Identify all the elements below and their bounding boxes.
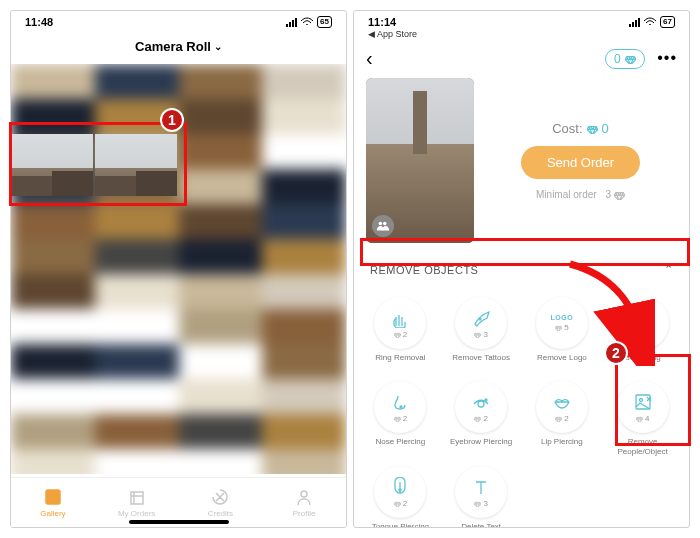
selected-photo-preview[interactable] (366, 78, 474, 243)
option-nose-pierce[interactable]: 2Nose Piercing (360, 377, 441, 462)
tongue-icon: 2 (374, 466, 426, 518)
photo-thumbnail[interactable] (11, 134, 93, 196)
option-label: Lip Piercing (541, 437, 583, 455)
option-price: 3 (474, 499, 487, 508)
option-label: Remove People/Object (604, 437, 681, 456)
credits-balance-pill[interactable]: 0 (605, 49, 645, 69)
tab-gallery[interactable]: Gallery (11, 478, 95, 527)
option-delete-text[interactable]: 3Delete Text (441, 462, 522, 528)
option-lip-pierce[interactable]: 2Lip Piercing (522, 377, 603, 462)
option-label: Remove Tattoos (452, 353, 510, 371)
tag-people-button[interactable] (372, 215, 394, 237)
hand-icon: 2 (374, 297, 426, 349)
nose-icon: 2 (374, 381, 426, 433)
status-bar: 11:48 65 (11, 11, 346, 33)
lips-icon: 2 (536, 381, 588, 433)
step-badge-1: 1 (160, 108, 184, 132)
section-remove-objects[interactable]: REMOVE OBJECTS ⌃ (366, 253, 677, 287)
credits-icon (210, 487, 230, 507)
option-price: 2 (394, 499, 407, 508)
screenshot-comparison: 11:48 65 Camera Roll ⌄ (0, 0, 700, 538)
profile-icon (294, 487, 314, 507)
gem-icon (625, 53, 636, 64)
option-price: 4 (636, 414, 649, 423)
option-label: Eyebrow Piercing (450, 437, 512, 455)
phone-left-gallery: 11:48 65 Camera Roll ⌄ (10, 10, 347, 528)
battery-indicator: 67 (660, 16, 675, 28)
step-badge-2: 2 (604, 341, 628, 365)
option-label: Tongue Piercing (372, 522, 429, 528)
option-label: Delete Text (461, 522, 501, 528)
option-remove-logo[interactable]: LOGO5Remove Logo (522, 293, 603, 377)
option-price: 2 (474, 414, 487, 423)
option-label: Remove Logo (537, 353, 587, 371)
option-price: 2 (555, 414, 568, 423)
photo-thumbnail[interactable] (95, 134, 177, 196)
option-remove-tattoo[interactable]: 3Remove Tattoos (441, 293, 522, 377)
send-order-button[interactable]: Send Order (521, 146, 640, 179)
option-price: 3 (474, 330, 487, 339)
eyebrow-icon: 2 (455, 381, 507, 433)
option-label: Belly Ring (625, 353, 661, 371)
gallery-source-label: Camera Roll (135, 39, 211, 54)
option-ring-removal[interactable]: 2Ring Removal (360, 293, 441, 377)
options-grid: 2Ring Removal3Remove TattoosLOGO5Remove … (354, 287, 689, 528)
person-remove-icon: 4 (617, 381, 669, 433)
option-remove-people[interactable]: 4Remove People/Object (602, 377, 683, 462)
option-label: Nose Piercing (375, 437, 425, 455)
option-price: 2 (394, 330, 407, 339)
option-eyebrow-pierce[interactable]: 2Eyebrow Piercing (441, 377, 522, 462)
people-icon (376, 219, 390, 233)
option-tongue-pierce[interactable]: 2Tongue Piercing (360, 462, 441, 528)
return-to-appstore[interactable]: ◀ App Store (354, 29, 689, 39)
gallery-source-dropdown[interactable]: Camera Roll ⌄ (11, 33, 346, 64)
text-icon: 3 (455, 466, 507, 518)
gallery-icon (43, 487, 63, 507)
back-button[interactable]: ‹ (366, 47, 373, 70)
minimal-order-note: Minimal order 3 (536, 189, 625, 200)
chevron-up-icon: ⌃ (664, 263, 674, 276)
option-price: 2 (394, 414, 407, 423)
phone-right-editor: 11:14 67 ◀ App Store ‹ 0 ••• (353, 10, 690, 528)
status-time: 11:48 (25, 16, 53, 28)
tab-profile[interactable]: Profile (262, 478, 346, 527)
signal-icon (286, 18, 297, 27)
signal-icon (629, 18, 640, 27)
gem-icon (614, 189, 625, 200)
arm-icon: 3 (455, 297, 507, 349)
battery-indicator: 65 (317, 16, 332, 28)
option-price: 2 (636, 330, 649, 339)
logo-icon: LOGO5 (536, 297, 588, 349)
option-label: Ring Removal (375, 353, 425, 371)
option-price: 5 (555, 323, 568, 332)
orders-icon (127, 487, 147, 507)
chevron-down-icon: ⌄ (214, 41, 222, 52)
belly-icon: 2 (617, 297, 669, 349)
wifi-icon (643, 17, 657, 27)
home-indicator (129, 520, 229, 524)
gem-icon (587, 123, 598, 134)
status-time: 11:14 (368, 16, 396, 28)
order-cost: Cost: 0 (552, 121, 609, 136)
wifi-icon (300, 17, 314, 27)
more-menu-button[interactable]: ••• (657, 49, 677, 66)
